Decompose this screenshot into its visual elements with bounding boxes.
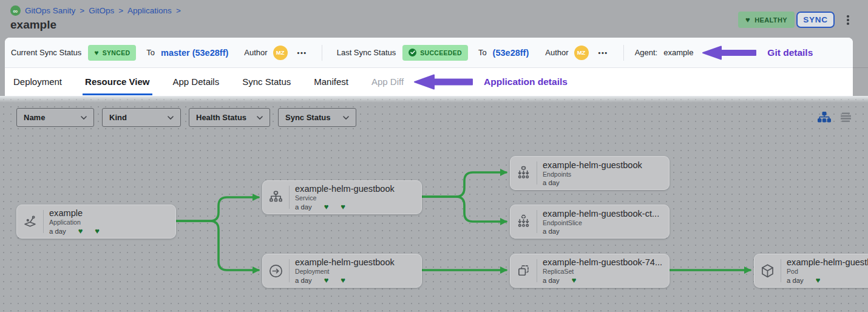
filter-label: Health Status	[196, 113, 246, 122]
service-icon	[263, 189, 289, 206]
more-options-icon[interactable]: •••	[598, 49, 608, 56]
node-age: a day	[49, 228, 66, 235]
kebab-menu-icon[interactable]	[844, 13, 852, 27]
current-revision-link[interactable]: master (53e28ff)	[161, 48, 228, 58]
sync-button[interactable]: SYNC	[796, 12, 835, 28]
health-heart-icon: ♥	[324, 276, 329, 284]
tab-app-details[interactable]: App Details	[171, 68, 222, 95]
chevron-down-icon	[257, 116, 263, 120]
node-endpointslice-example-helm-guestbook[interactable]: example-helm-guestbook-ct... EndpointSli…	[510, 205, 670, 239]
page-header: ∞ GitOps Sanity > GitOps > Applications …	[0, 0, 868, 38]
divider	[322, 45, 322, 61]
current-sync-status-label: Current Sync Status	[11, 48, 81, 57]
node-age: a day	[295, 277, 312, 284]
breadcrumb-link-applications[interactable]: Applications	[127, 6, 172, 15]
gitops-logo-icon: ∞	[10, 5, 21, 16]
node-application-example[interactable]: example Application a day ♥ ♥	[16, 205, 176, 239]
node-kind: Application	[49, 219, 172, 226]
application-details-annotation: Application details	[484, 76, 568, 87]
health-status-badge: ♥ HEALTHY	[738, 12, 795, 28]
edge-service-to-endpointslice	[422, 197, 506, 222]
succeeded-badge-label: SUCCEEDED	[420, 49, 462, 56]
more-options-icon[interactable]: •••	[297, 49, 307, 56]
breadcrumb-link-gitops-sanity[interactable]: GitOps Sanity	[25, 6, 75, 15]
edge-service-to-endpoints	[422, 172, 506, 197]
list-view-toggle[interactable]	[840, 112, 852, 125]
application-details-arrow-icon	[413, 73, 474, 91]
node-age: a day	[543, 179, 560, 186]
health-heart-icon: ♥	[816, 276, 821, 284]
last-sync-status-label: Last Sync Status	[337, 48, 396, 57]
node-kind: Pod	[787, 268, 868, 275]
tab-app-diff[interactable]: App Diff	[369, 68, 406, 95]
endpoints-icon	[510, 165, 537, 181]
author-label: Author	[244, 48, 267, 57]
tab-label: Resource View	[85, 76, 149, 87]
to-label: To	[478, 48, 487, 57]
filter-health-status-dropdown[interactable]: Health Status	[189, 108, 270, 127]
tab-sync-status[interactable]: Sync Status	[240, 68, 293, 95]
agent-label: Agent:	[635, 48, 658, 57]
author-avatar: MZ	[273, 46, 288, 60]
heart-icon: ♥	[94, 49, 98, 56]
health-heart-icon: ♥	[341, 203, 345, 211]
breadcrumb-separator: >	[118, 6, 123, 15]
edge-app-to-service	[176, 197, 259, 221]
application-icon	[17, 214, 43, 230]
divider	[853, 67, 868, 68]
health-heart-icon: ♥	[78, 227, 83, 235]
sync-status-bar: Current Sync Status ♥ SYNCED To master (…	[5, 38, 853, 68]
filter-sync-status-dropdown[interactable]: Sync Status	[278, 108, 356, 127]
node-kind: Deployment	[295, 268, 418, 275]
page-title: example	[10, 18, 56, 32]
chevron-down-icon	[81, 116, 87, 120]
synced-badge: ♥ SYNCED	[88, 45, 136, 61]
node-kind: Endpoints	[543, 171, 665, 178]
node-service-example-helm-guestbook[interactable]: example-helm-guestbook Service a day ♥ ♥	[262, 180, 422, 214]
heart-icon: ♥	[745, 16, 750, 24]
author-label: Author	[545, 48, 568, 57]
breadcrumb-link-gitops[interactable]: GitOps	[89, 6, 114, 15]
node-age: a day	[295, 203, 312, 211]
tab-label: Manifest	[314, 76, 348, 87]
divider	[623, 45, 624, 61]
to-label: To	[146, 48, 155, 57]
health-heart-icon: ♥	[341, 276, 345, 284]
breadcrumb-separator: >	[176, 6, 181, 15]
health-heart-icon: ♥	[572, 276, 577, 284]
tree-view-icon	[818, 112, 831, 123]
node-title: example-helm-guestbook	[787, 257, 868, 267]
git-details-arrow-icon	[702, 45, 758, 61]
node-deployment-example-helm-guestbook[interactable]: example-helm-guestbook Deployment a day …	[262, 254, 422, 288]
deployment-icon	[263, 263, 289, 279]
tab-label: App Details	[173, 76, 220, 87]
endpointslice-icon	[510, 214, 537, 230]
tab-label: App Diff	[371, 76, 404, 87]
app-header-panel: Current Sync Status ♥ SYNCED To master (…	[5, 38, 853, 96]
filter-kind-dropdown[interactable]: Kind	[102, 108, 181, 127]
node-pod-example-helm-guestbook[interactable]: example-helm-guestbook Pod a day ♥	[754, 254, 868, 288]
filter-name-dropdown[interactable]: Name	[16, 108, 94, 127]
last-revision-link[interactable]: (53e28ff)	[493, 48, 529, 58]
active-tab-underline	[83, 93, 152, 95]
node-replicaset-example-helm-guestbook[interactable]: example-helm-guestbook-74... ReplicaSet …	[510, 254, 670, 288]
health-heart-icon: ♥	[324, 203, 329, 211]
breadcrumb-separator: >	[80, 6, 84, 15]
node-kind: Service	[295, 194, 418, 202]
tab-manifest[interactable]: Manifest	[311, 68, 351, 95]
node-title: example-helm-guestbook	[295, 184, 418, 194]
succeeded-badge: SUCCEEDED	[402, 45, 468, 61]
node-age: a day	[787, 277, 804, 284]
tab-deployment[interactable]: Deployment	[11, 68, 64, 95]
tab-label: Deployment	[13, 76, 62, 87]
filter-label: Kind	[109, 113, 127, 122]
filter-label: Name	[24, 113, 45, 122]
tree-view-toggle[interactable]	[818, 112, 831, 126]
tab-resource-view[interactable]: Resource View	[83, 68, 152, 95]
breadcrumb: ∞ GitOps Sanity > GitOps > Applications …	[10, 5, 181, 16]
node-title: example	[49, 208, 172, 218]
node-endpoints-example-helm-guestbook[interactable]: example-helm-guestbook Endpoints a day	[510, 156, 670, 190]
node-title: example-helm-guestbook-ct...	[543, 209, 665, 219]
synced-badge-label: SYNCED	[103, 49, 131, 56]
check-circle-icon	[409, 49, 416, 56]
